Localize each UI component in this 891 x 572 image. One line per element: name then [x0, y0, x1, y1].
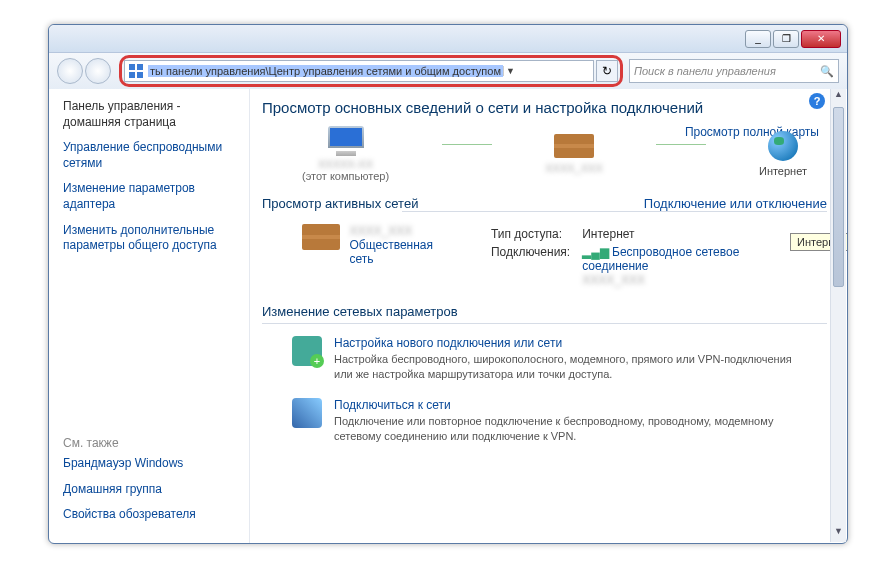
maximize-button[interactable]: ❐	[773, 30, 799, 48]
control-panel-window: _ ❐ ✕ ты панели управления\Центр управле…	[48, 24, 848, 544]
sidebar-wireless[interactable]: Управление беспроводными сетями	[63, 140, 235, 171]
setup-new-connection[interactable]: Настройка нового подключения или сети На…	[262, 330, 827, 392]
search-input[interactable]: Поиск в панели управления 🔍	[629, 59, 839, 83]
close-button[interactable]: ✕	[801, 30, 841, 48]
scroll-up[interactable]: ▲	[831, 89, 846, 105]
network-node[interactable]: XXXX_XXX	[545, 134, 602, 174]
computer-icon	[328, 126, 364, 156]
sidebar-home[interactable]: Панель управления - домашняя страница	[63, 99, 235, 130]
svg-rect-2	[129, 72, 135, 78]
this-computer-label: (этот компьютер)	[302, 170, 389, 182]
new-connection-icon	[292, 336, 322, 366]
nav-buttons	[57, 58, 113, 84]
help-icon[interactable]: ?	[809, 93, 825, 109]
internet-label: Интернет	[759, 165, 807, 177]
active-networks-label: Просмотр активных сетей	[262, 196, 418, 211]
address-highlight: ты панели управления\Центр управления се…	[119, 55, 623, 87]
sidebar-adapter[interactable]: Изменение параметров адаптера	[63, 181, 235, 212]
titlebar: _ ❐ ✕	[49, 25, 847, 53]
connect-network-icon	[292, 398, 322, 428]
access-type-value: Интернет	[582, 226, 815, 242]
network-settings-heading: Изменение сетевых параметров	[262, 304, 827, 319]
address-dropdown[interactable]: ▼	[503, 66, 517, 76]
sidebar-internet-options[interactable]: Свойства обозревателя	[63, 507, 235, 523]
sidebar: Панель управления - домашняя страница Уп…	[49, 89, 249, 543]
forward-button[interactable]	[85, 58, 111, 84]
connect-to-network[interactable]: Подключиться к сети Подключение или повт…	[262, 392, 827, 454]
full-map-link[interactable]: Просмотр полной карты	[685, 125, 819, 139]
access-type-label: Тип доступа:	[491, 226, 580, 242]
scroll-down[interactable]: ▼	[831, 526, 846, 542]
map-link-line	[656, 144, 706, 145]
scrollbar[interactable]: ▲ ▼	[830, 89, 846, 542]
address-bar[interactable]: ты панели управления\Центр управления се…	[124, 60, 594, 82]
sidebar-sharing[interactable]: Изменить дополнительные параметры общего…	[63, 223, 235, 254]
map-link-line	[442, 144, 492, 145]
computer-name: XXXXX-XX	[302, 158, 389, 170]
search-placeholder: Поиск в панели управления	[634, 65, 776, 77]
active-network-row: XXXX_XXX Общественная сеть Тип доступа: …	[262, 216, 827, 298]
toolbar: ты панели управления\Центр управления се…	[49, 53, 847, 89]
network-type-link[interactable]: Общественная сеть	[350, 238, 459, 266]
see-also-heading: См. также	[63, 436, 235, 450]
setup-new-connection-desc: Настройка беспроводного, широкополосного…	[334, 352, 807, 382]
connect-disconnect-link[interactable]: Подключение или отключение	[644, 196, 827, 211]
setup-new-connection-title: Настройка нового подключения или сети	[334, 336, 807, 350]
back-button[interactable]	[57, 58, 83, 84]
globe-icon	[768, 131, 798, 161]
window-body: Панель управления - домашняя страница Уп…	[49, 89, 847, 543]
connect-to-network-title: Подключиться к сети	[334, 398, 807, 412]
minimize-button[interactable]: _	[745, 30, 771, 48]
address-text: ты панели управления\Центр управления се…	[148, 65, 503, 77]
refresh-button[interactable]: ↻	[596, 60, 618, 82]
network-name: XXXX_XXX	[545, 162, 602, 174]
signal-icon: ▂▄▆	[582, 245, 609, 259]
sidebar-firewall[interactable]: Брандмауэр Windows	[63, 456, 235, 472]
sidebar-homegroup[interactable]: Домашняя группа	[63, 482, 235, 498]
bench-icon	[302, 224, 340, 250]
active-network-name: XXXX_XXX	[350, 224, 459, 238]
network-details: Тип доступа: Интернет Подключения: ▂▄▆ Б…	[489, 224, 817, 290]
bench-icon	[554, 134, 594, 158]
svg-rect-1	[137, 64, 143, 70]
page-title: Просмотр основных сведений о сети и наст…	[262, 99, 827, 116]
scroll-thumb[interactable]	[833, 107, 844, 287]
active-network-left: XXXX_XXX Общественная сеть	[302, 224, 459, 290]
search-icon: 🔍	[820, 65, 834, 78]
svg-rect-3	[137, 72, 143, 78]
svg-rect-0	[129, 64, 135, 70]
connect-to-network-desc: Подключение или повторное подключение к …	[334, 414, 807, 444]
network-center-icon	[128, 63, 144, 79]
connection-ssid: XXXX_XXX	[582, 273, 645, 287]
this-computer[interactable]: XXXXX-XX (этот компьютер)	[302, 126, 389, 182]
connections-label: Подключения:	[491, 244, 580, 288]
active-networks-heading: Просмотр активных сетей Подключение или …	[262, 196, 827, 212]
content-area: ? Просмотр основных сведений о сети и на…	[249, 89, 847, 543]
